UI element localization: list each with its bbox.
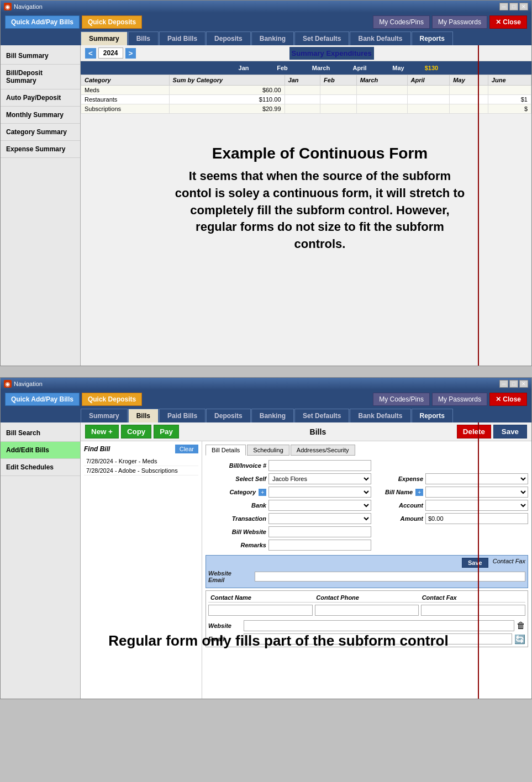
bill-name-plus-btn[interactable]: + <box>415 489 423 496</box>
clear-button[interactable]: Clear <box>175 445 198 453</box>
month-may: May <box>379 63 418 73</box>
quick-deposits-button-1[interactable]: Quick Deposits <box>82 15 142 29</box>
sidebar-item-category-summary[interactable]: Category Summary <box>1 124 80 141</box>
bill-website-input[interactable] <box>268 526 371 537</box>
contact-phone-input[interactable] <box>315 605 419 616</box>
prev-year-btn[interactable]: < <box>85 48 96 59</box>
find-bill-label: Find Bill <box>84 445 110 453</box>
refresh-icon-btn[interactable]: 🔄 <box>514 634 525 644</box>
sum-restaurants: $110.00 <box>169 95 285 104</box>
sidebar-item-add-edit-bills[interactable]: Add/Edit Bills <box>1 442 80 459</box>
subform-save-button[interactable]: Save <box>462 558 488 568</box>
tab-deposits-2[interactable]: Deposits <box>206 409 251 422</box>
month-april: April <box>340 63 379 73</box>
contact-fax-input[interactable] <box>421 605 525 616</box>
category-plus-btn[interactable]: + <box>259 489 266 496</box>
sidebar-item-monthly-summary[interactable]: Monthly Summary <box>1 107 80 124</box>
minimize-btn-2[interactable]: ─ <box>499 380 508 388</box>
form-grid: Bill/Invoice # Select Self Jacob Flores … <box>206 460 528 551</box>
sidebar-item-bill-deposit-summary[interactable]: Bill/Deposit Summary <box>1 65 80 89</box>
website-input-2[interactable] <box>244 620 514 631</box>
tab-set-defaults-2[interactable]: Set Defaults <box>294 409 349 422</box>
tab-deposits-1[interactable]: Deposits <box>206 31 251 45</box>
title-bar-1: ◉ Navigation ─ □ ✕ <box>1 1 531 13</box>
email-input-2[interactable] <box>244 633 512 644</box>
tab-paid-bills-1[interactable]: Paid Bills <box>159 31 206 45</box>
bills-title: Bills <box>181 427 455 436</box>
tab-summary-2[interactable]: Summary <box>81 409 128 422</box>
maximize-btn-1[interactable]: □ <box>509 3 518 10</box>
bill-list-item-kroger[interactable]: 7/28/2024 - Kroger - Meds <box>84 457 198 466</box>
form-tab-bill-details[interactable]: Bill Details <box>206 445 246 456</box>
maximize-btn-2[interactable]: □ <box>509 380 518 388</box>
month-march: March <box>302 63 340 73</box>
tab-bank-defaults-2[interactable]: Bank Defaults <box>350 409 410 422</box>
cat-restaurants: Restaurants <box>81 95 170 104</box>
tab-reports-2[interactable]: Reports <box>412 409 453 422</box>
my-passwords-button-2[interactable]: My Passwords <box>432 393 487 406</box>
year-nav: < 2024 > Summary Expenditures <box>81 45 531 61</box>
transaction-dropdown[interactable] <box>268 513 371 524</box>
save-button[interactable]: Save <box>493 425 527 438</box>
my-passwords-button-1[interactable]: My Passwords <box>432 15 487 29</box>
year-display: 2024 <box>98 47 123 59</box>
form-tab-scheduling[interactable]: Scheduling <box>247 445 289 456</box>
col-contact-name: Contact Name <box>208 593 314 602</box>
delete-button[interactable]: Delete <box>457 425 491 438</box>
pay-button[interactable]: Pay <box>154 425 179 438</box>
title-bar-2: ◉ Navigation ─ □ ✕ <box>1 378 531 390</box>
delete-icon-btn[interactable]: 🗑 <box>517 621 525 631</box>
close-window-btn-2[interactable]: ✕ <box>519 380 528 388</box>
account-dropdown[interactable] <box>425 500 528 511</box>
close-window-btn-1[interactable]: ✕ <box>519 3 528 10</box>
bill-name-dropdown[interactable] <box>425 487 528 498</box>
sidebar-item-bill-summary[interactable]: Bill Summary <box>1 47 80 65</box>
two-panel: Find Bill Clear 7/28/2024 - Kroger - Med… <box>81 441 531 699</box>
tab-reports-1[interactable]: Reports <box>412 31 453 45</box>
my-codes-button-2[interactable]: My Codes/Pins <box>373 393 430 406</box>
close-button-1[interactable]: ✕ Close <box>489 15 527 29</box>
th-category: Category <box>81 75 170 86</box>
minimize-btn-1[interactable]: ─ <box>499 3 508 10</box>
my-codes-button-1[interactable]: My Codes/Pins <box>373 15 430 29</box>
subform-website-input[interactable] <box>255 572 525 582</box>
tab-banking-2[interactable]: Banking <box>251 409 294 422</box>
contact-name-input[interactable] <box>208 605 313 616</box>
sidebar-item-auto-pay[interactable]: Auto Pay/Deposit <box>1 89 80 107</box>
expense-dropdown[interactable] <box>425 473 528 484</box>
bank-dropdown[interactable] <box>268 500 371 511</box>
amount-input[interactable] <box>425 513 528 524</box>
category-dropdown[interactable] <box>268 487 371 498</box>
bills-toolbar: New + Copy Pay Bills Delete Save <box>81 422 531 441</box>
tab-paid-bills-2[interactable]: Paid Bills <box>159 409 206 422</box>
quick-add-button-1[interactable]: Quick Add/Pay Bills <box>5 15 80 29</box>
next-year-btn[interactable]: > <box>125 48 136 59</box>
bill-list-item-adobe[interactable]: 7/28/2024 - Adobe - Subscriptions <box>84 466 198 475</box>
new-button[interactable]: New + <box>85 425 119 438</box>
category-label: Category + <box>206 489 266 496</box>
subform-white-section: Contact Name Contact Phone Contact Fax <box>206 590 528 647</box>
quick-add-button-2[interactable]: Quick Add/Pay Bills <box>5 393 80 406</box>
sidebar-item-edit-schedules[interactable]: Edit Schedules <box>1 459 80 476</box>
tab-banking-1[interactable]: Banking <box>251 31 294 45</box>
tab-summary-1[interactable]: Summary <box>81 31 128 45</box>
remarks-input[interactable] <box>268 540 371 551</box>
tab-bills-2[interactable]: Bills <box>128 409 159 422</box>
red-vertical-line-2 <box>478 422 479 699</box>
copy-button[interactable]: Copy <box>121 425 151 438</box>
month-jun: $130 <box>418 63 445 73</box>
red-vertical-line-1 <box>478 45 479 366</box>
sidebar-item-expense-summary[interactable]: Expense Summary <box>1 141 80 158</box>
tab-set-defaults-1[interactable]: Set Defaults <box>294 31 349 45</box>
cat-subscriptions: Subscriptions <box>81 104 170 114</box>
form-tab-addresses[interactable]: Addresses/Security <box>291 445 355 456</box>
quick-deposits-button-2[interactable]: Quick Deposits <box>82 393 142 406</box>
select-self-dropdown[interactable]: Jacob Flores <box>268 473 371 484</box>
tab-bank-defaults-1[interactable]: Bank Defaults <box>350 31 410 45</box>
bill-invoice-input[interactable] <box>268 460 371 471</box>
window-title-2: Navigation <box>14 381 43 387</box>
tab-bills-1[interactable]: Bills <box>128 31 159 45</box>
window-title-1: Navigation <box>14 3 43 10</box>
close-button-2[interactable]: ✕ Close <box>489 393 527 406</box>
sidebar-item-bill-search[interactable]: Bill Search <box>1 425 80 442</box>
